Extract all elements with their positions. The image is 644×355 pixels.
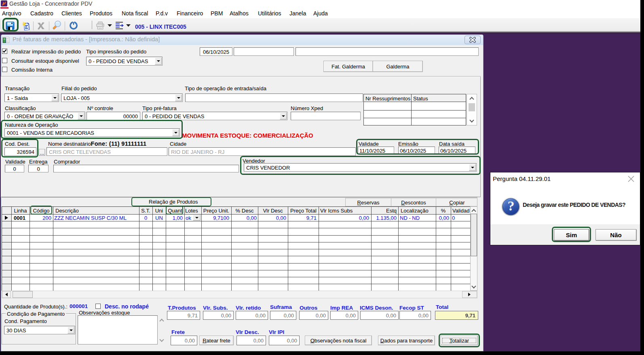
svg-text:?: ?: [508, 198, 515, 213]
